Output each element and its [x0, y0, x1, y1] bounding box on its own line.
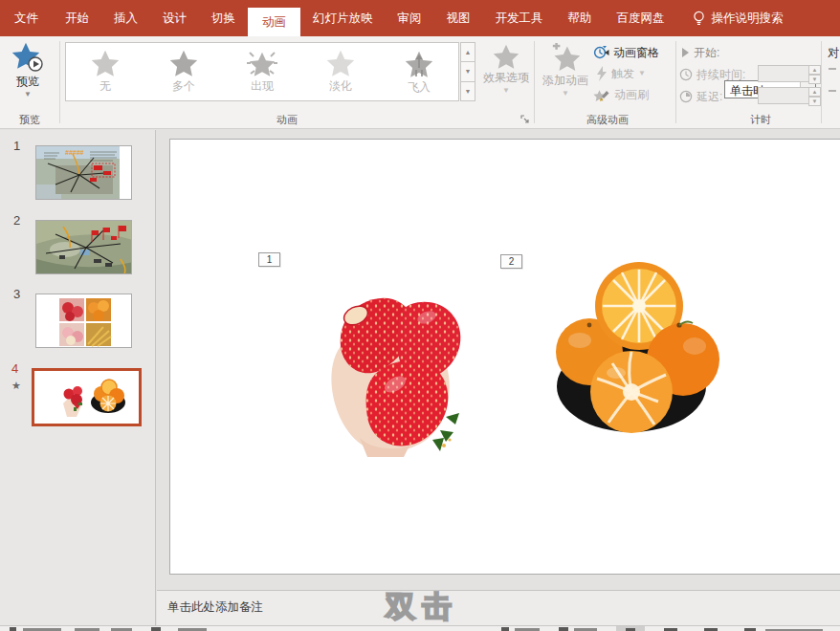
clipped-comments-button[interactable]: [559, 627, 568, 631]
oranges-on-plate-picture: [555, 250, 721, 440]
slide3-preview: [36, 294, 132, 348]
gallery-item-fade[interactable]: 淡化: [301, 43, 380, 100]
star-play-icon: [11, 42, 44, 73]
star-flyin-icon: [405, 49, 433, 77]
group-label-advanced: 高级动画: [550, 113, 665, 127]
gallery-scroll-up[interactable]: ▲: [460, 42, 475, 62]
tab-baidu-netdisk[interactable]: 百度网盘: [605, 0, 677, 36]
slide-number: 4: [11, 361, 18, 376]
tell-me-search[interactable]: 操作说明搜索: [683, 0, 793, 36]
animation-gallery: 无 多个 出现 淡化: [65, 42, 459, 101]
menu-bar: 文件 开始 插入 设计 切换 动画 幻灯片放映 审阅 视图 开发工具 帮助 百度…: [0, 0, 840, 36]
gallery-item-none[interactable]: 无: [66, 43, 144, 100]
duration-spinner[interactable]: ▲▼: [808, 65, 821, 82]
chevron-down-icon: ▼: [502, 88, 510, 94]
gallery-item-multiple[interactable]: 多个: [144, 43, 223, 100]
delay-input[interactable]: [758, 87, 809, 104]
tab-help[interactable]: 帮助: [556, 0, 605, 36]
animation-badge[interactable]: 2: [500, 254, 522, 269]
powerpoint-window: 文件 开始 插入 设计 切换 动画 幻灯片放映 审阅 视图 开发工具 帮助 百度…: [0, 0, 840, 631]
tab-file[interactable]: 文件: [0, 0, 53, 36]
slide-thumbnail-panel: 1 ##### 2: [0, 130, 156, 625]
star-brush-icon: [593, 87, 610, 102]
star-appear-icon: [246, 50, 278, 76]
animation-badge[interactable]: 1: [258, 252, 280, 267]
duration-input[interactable]: [758, 65, 809, 82]
clipped-icon: [829, 90, 836, 92]
lightning-icon: [596, 66, 608, 81]
star-fade-icon: [326, 50, 355, 76]
clipped-status-icon: [151, 627, 161, 631]
gallery-scrollbar: ▲ ▼ ▼: [460, 42, 475, 101]
clipped-status-icon: [10, 627, 16, 631]
slide-editing-area: 1 2: [157, 130, 840, 625]
strawberries-image[interactable]: [304, 277, 473, 461]
play-icon: [681, 48, 690, 57]
gallery-expand-button[interactable]: ▼: [460, 82, 475, 101]
delay-row: 延迟:: [679, 87, 722, 106]
add-animation-button[interactable]: 添加动画 ▼: [541, 43, 590, 97]
tab-developer[interactable]: 开发工具: [483, 0, 556, 36]
gallery-scroll-down[interactable]: ▼: [460, 62, 475, 81]
preview-button[interactable]: 预览 ▼: [11, 42, 44, 98]
double-click-overlay: 双击: [386, 587, 458, 627]
star-icon: [493, 44, 519, 69]
group-divider: [59, 41, 60, 123]
preview-label: 预览: [16, 74, 39, 90]
tab-home[interactable]: 开始: [53, 0, 101, 36]
slide-thumbnail[interactable]: #####: [35, 145, 132, 200]
tab-view[interactable]: 视图: [434, 0, 483, 36]
group-label-animation: 动画: [220, 113, 354, 127]
tab-slideshow[interactable]: 幻灯片放映: [300, 0, 386, 36]
delay-label: 延迟:: [696, 89, 722, 105]
gallery-item-flyin[interactable]: 飞入: [380, 43, 458, 100]
slide1-preview: #####: [36, 146, 132, 200]
star-none-icon: [91, 50, 120, 76]
workspace: 1 ##### 2: [0, 130, 840, 625]
tab-review[interactable]: 审阅: [386, 0, 434, 36]
slide-number: 3: [13, 287, 20, 301]
chevron-down-icon: ▼: [562, 91, 569, 97]
trigger-button[interactable]: 触发 ▼: [596, 64, 646, 83]
add-animation-label: 添加动画: [542, 73, 588, 89]
notes-pane[interactable]: 单击此处添加备注: [157, 591, 840, 626]
effect-options-label: 效果选项: [483, 70, 529, 86]
clipped-icon: [829, 68, 836, 70]
notes-placeholder[interactable]: 单击此处添加备注: [167, 599, 263, 616]
clock-icon: [679, 68, 693, 81]
tab-insert[interactable]: 插入: [101, 0, 150, 36]
clipped-notes-button[interactable]: [501, 627, 509, 631]
slide-thumbnail[interactable]: [35, 220, 132, 274]
tab-transitions[interactable]: 切换: [199, 0, 248, 36]
chevron-down-icon: ▼: [24, 92, 32, 98]
group-divider: [675, 41, 676, 123]
animation-star-icon: ★: [11, 380, 21, 392]
animation-painter-label: 动画刷: [614, 87, 649, 103]
star-multiple-icon: [169, 50, 198, 76]
slide-number: 2: [13, 213, 20, 228]
status-bar: [0, 625, 840, 631]
group-label-preview: 预览: [6, 113, 54, 127]
slide-canvas[interactable]: [169, 139, 840, 575]
delay-spinner[interactable]: ▲▼: [808, 87, 821, 104]
effect-options-button[interactable]: 效果选项 ▼: [480, 44, 532, 94]
group-divider: [821, 41, 822, 123]
slide-thumbnail[interactable]: [35, 294, 132, 348]
animation-painter-button[interactable]: 动画刷: [593, 85, 649, 104]
slide4-preview: [34, 371, 139, 424]
group-divider: [534, 41, 535, 123]
gallery-item-appear[interactable]: 出现: [223, 43, 301, 100]
tab-animations[interactable]: 动画: [248, 8, 300, 36]
dialog-launcher-icon[interactable]: [520, 115, 532, 126]
slide-number: 1: [13, 139, 20, 153]
slide2-preview: [36, 221, 132, 274]
slide-thumbnail-selected[interactable]: [32, 368, 142, 426]
chevron-down-icon: ▼: [638, 71, 646, 76]
group-label-timing: 计时: [727, 113, 794, 127]
animation-pane-label: 动画窗格: [613, 45, 659, 61]
delay-clock-icon: [679, 90, 693, 103]
animation-pane-button[interactable]: 动画窗格: [593, 43, 659, 62]
ribbon: 预览 ▼ 预览 无 多个: [0, 36, 840, 129]
oranges-image[interactable]: [555, 250, 721, 444]
tab-design[interactable]: 设计: [150, 0, 199, 36]
